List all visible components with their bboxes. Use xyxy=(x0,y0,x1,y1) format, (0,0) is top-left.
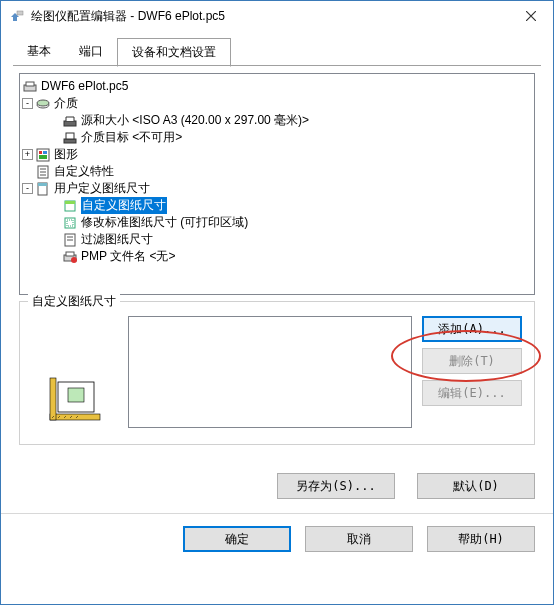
props-icon xyxy=(35,164,51,180)
svg-rect-19 xyxy=(65,201,75,204)
ok-button[interactable]: 确定 xyxy=(183,526,291,552)
custom-paper-list[interactable] xyxy=(128,316,412,428)
tab-bar: 基本 端口 设备和文档设置 xyxy=(1,31,553,67)
svg-point-27 xyxy=(71,257,77,263)
tree-user-paper[interactable]: - 用户定义图纸尺寸 xyxy=(22,180,532,197)
svg-rect-29 xyxy=(50,378,56,420)
user-paper-icon xyxy=(35,181,51,197)
app-icon xyxy=(9,8,25,24)
modify-icon xyxy=(62,215,78,231)
saveas-button[interactable]: 另存为(S)... xyxy=(277,473,395,499)
tree-media[interactable]: - 介质 xyxy=(22,95,532,112)
svg-rect-7 xyxy=(66,133,74,139)
svg-rect-2 xyxy=(26,82,34,86)
svg-rect-17 xyxy=(38,183,47,186)
collapse-icon[interactable]: - xyxy=(22,183,33,194)
tab-basic[interactable]: 基本 xyxy=(13,38,65,67)
delete-button: 删除(T) xyxy=(422,348,522,374)
svg-rect-9 xyxy=(39,151,42,154)
tree-pmp[interactable]: PMP 文件名 <无> xyxy=(22,248,532,265)
close-button[interactable] xyxy=(508,1,553,31)
window-title: 绘图仪配置编辑器 - DWF6 ePlot.pc5 xyxy=(31,8,508,25)
media-icon xyxy=(35,96,51,112)
paper-buttons: 添加(A)... 删除(T) 编辑(E)... xyxy=(422,316,522,406)
svg-rect-26 xyxy=(66,252,74,256)
help-button[interactable]: 帮助(H) xyxy=(427,526,535,552)
filter-icon xyxy=(62,232,78,248)
default-button[interactable]: 默认(D) xyxy=(417,473,535,499)
tree-media-target[interactable]: 介质目标 <不可用> xyxy=(22,129,532,146)
saveas-row: 另存为(S)... 默认(D) xyxy=(1,457,553,509)
svg-point-4 xyxy=(37,100,49,106)
custom-paper-group: 自定义图纸尺寸 xyxy=(19,301,535,445)
graphics-icon xyxy=(35,147,51,163)
add-button[interactable]: 添加(A)... xyxy=(422,316,522,342)
tree-root[interactable]: DWF6 ePlot.pc5 xyxy=(22,78,532,95)
svg-rect-5 xyxy=(64,121,76,126)
svg-rect-11 xyxy=(39,155,47,159)
dialog-buttons: 确定 取消 帮助(H) xyxy=(1,514,553,566)
dialog-window: 绘图仪配置编辑器 - DWF6 ePlot.pc5 基本 端口 设备和文档设置 … xyxy=(0,0,554,605)
expand-icon[interactable]: + xyxy=(22,149,33,160)
config-tree[interactable]: DWF6 ePlot.pc5 - 介质 源和大小 <ISO A3 (420.00… xyxy=(19,73,535,295)
svg-rect-10 xyxy=(43,151,47,154)
tree-custom-paper[interactable]: 自定义图纸尺寸 xyxy=(22,197,532,214)
tree-custom-props[interactable]: 自定义特性 xyxy=(22,163,532,180)
svg-rect-0 xyxy=(17,11,23,15)
source-icon xyxy=(62,113,78,129)
plotter-icon xyxy=(22,79,38,95)
titlebar: 绘图仪配置编辑器 - DWF6 ePlot.pc5 xyxy=(1,1,553,31)
target-icon xyxy=(62,130,78,146)
svg-rect-31 xyxy=(68,388,84,402)
tab-device-doc[interactable]: 设备和文档设置 xyxy=(117,38,231,67)
tree-filter-paper[interactable]: 过滤图纸尺寸 xyxy=(22,231,532,248)
svg-rect-28 xyxy=(50,414,100,420)
tree-graphics[interactable]: + 图形 xyxy=(22,146,532,163)
pmp-icon xyxy=(62,249,78,265)
tab-port[interactable]: 端口 xyxy=(65,38,117,67)
group-title: 自定义图纸尺寸 xyxy=(28,293,120,310)
cancel-button[interactable]: 取消 xyxy=(305,526,413,552)
custom-paper-icon xyxy=(62,198,78,214)
tab-content: DWF6 ePlot.pc5 - 介质 源和大小 <ISO A3 (420.00… xyxy=(1,67,553,457)
edit-button: 编辑(E)... xyxy=(422,380,522,406)
paper-thumbnail xyxy=(32,316,118,430)
collapse-icon[interactable]: - xyxy=(22,98,33,109)
svg-rect-6 xyxy=(64,139,76,143)
tree-modify-std[interactable]: 修改标准图纸尺寸 (可打印区域) xyxy=(22,214,532,231)
tree-source-size[interactable]: 源和大小 <ISO A3 (420.00 x 297.00 毫米)> xyxy=(22,112,532,129)
